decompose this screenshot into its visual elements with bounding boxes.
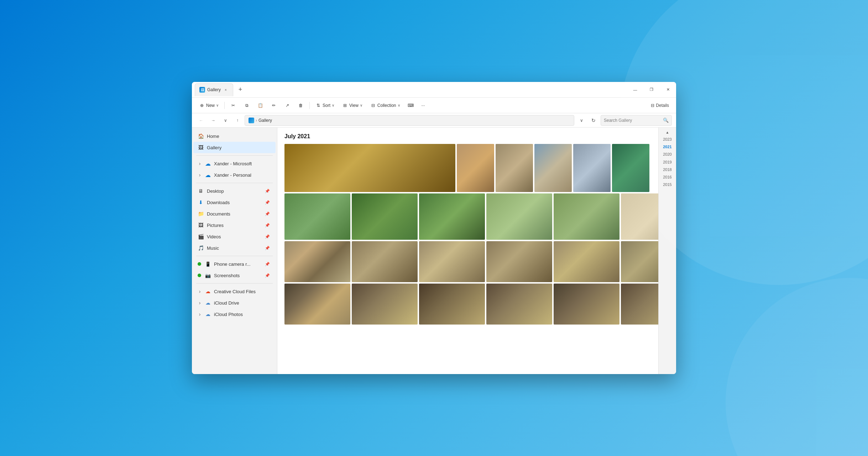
restore-button[interactable]: ❐ [643,82,660,98]
timeline-year-2015[interactable]: 2015 [663,181,671,188]
forward-button[interactable]: → [208,115,218,125]
creative-cloud-icon: ☁ [205,288,211,295]
photo-plant-2[interactable] [419,193,485,240]
ocr-button[interactable]: ⌨ [405,100,417,111]
view-button[interactable]: ⊞ View ∨ [339,100,365,111]
share-button[interactable]: ↗ [282,100,293,111]
photo-wren-4[interactable] [486,241,552,282]
sidebar-sep-3 [196,256,273,256]
sidebar-item-screenshots[interactable]: 📷 Screenshots 📌 [193,270,276,281]
sidebar-item-screenshots-label: Screenshots [214,273,240,278]
delete-button[interactable]: 🗑 [295,100,307,111]
sidebar-item-downloads-label: Downloads [207,200,230,205]
more-button[interactable]: ··· [419,100,428,111]
sidebar-item-documents[interactable]: 📁 Documents 📌 [193,208,276,219]
sidebar-item-xander-personal[interactable]: Xander - Personal [193,169,276,181]
copy-button[interactable]: ⧉ [241,100,252,111]
photo-stacked-goods[interactable] [573,144,611,192]
new-tab-button[interactable]: + [235,84,246,95]
sidebar-item-gallery[interactable]: Gallery [193,142,276,153]
recent-button[interactable]: ∨ [220,115,230,125]
delete-icon: 🗑 [298,103,304,108]
timeline-year-2018[interactable]: 2018 [663,166,671,173]
toolbar-sep-1 [224,102,225,109]
photo-wren-6[interactable] [621,241,658,282]
pictures-icon: 🖼 [198,222,204,228]
photo-warehouse-interior[interactable] [534,144,572,192]
dropdown-button[interactable]: ∨ [576,115,586,125]
sort-button[interactable]: ⇅ Sort ∨ [313,100,337,111]
expand-icloud-photos-icon [198,312,202,316]
photo-hay-4[interactable] [486,284,552,325]
sidebar-item-videos[interactable]: 🎬 Videos 📌 [193,231,276,242]
more-label: ··· [422,103,425,108]
photo-hay-3[interactable] [419,284,485,325]
timeline-scroll-up[interactable]: ▲ [664,129,671,136]
sidebar-item-icloud-photos[interactable]: ☁ iCloud Photos [193,309,276,320]
sidebar-item-desktop[interactable]: 🖥 Desktop 📌 [193,185,276,197]
photo-wren-2[interactable] [352,241,418,282]
photo-display[interactable] [496,144,533,192]
photo-wren-5[interactable] [554,241,619,282]
pictures-pin: 📌 [265,223,270,228]
sidebar-item-phone-camera[interactable]: 📱 Phone camera r... 📌 [193,258,276,270]
sidebar-item-creative-cloud[interactable]: ☁ Creative Cloud Files [193,286,276,297]
collection-dropdown[interactable]: ∨ [398,103,400,107]
photo-plant-1[interactable] [352,193,418,240]
details-button[interactable]: ⊟ Details [648,102,672,109]
up-button[interactable]: ↑ [232,115,242,125]
breadcrumb-bar[interactable]: › Gallery [245,115,574,126]
breadcrumb-sep: › [256,118,257,123]
photo-wren-3[interactable] [419,241,485,282]
timeline-year-2023[interactable]: 2023 [663,136,671,143]
photo-bird-sign-2[interactable] [284,193,350,240]
cut-button[interactable]: ✂ [228,100,239,111]
photo-cork-board[interactable] [457,144,494,192]
sort-dropdown[interactable]: ∨ [332,103,334,107]
view-dropdown[interactable]: ∨ [360,103,362,107]
desktop-icon: 🖥 [198,188,204,194]
close-button[interactable]: ✕ [660,82,676,98]
collection-button[interactable]: ⊟ Collection ∨ [367,100,403,111]
search-icon[interactable]: 🔍 [663,118,669,123]
gallery-tab[interactable]: 🖼 Gallery × [195,83,233,96]
photo-bird-sign-display[interactable] [612,144,649,192]
rename-button[interactable]: ✏ [268,100,279,111]
cloud-ms-icon [205,160,211,167]
downloads-icon: ⬇ [198,199,204,206]
timeline-year-2016[interactable]: 2016 [663,173,671,181]
sidebar-item-music[interactable]: 🎵 Music 📌 [193,242,276,254]
photo-interior[interactable] [284,144,455,192]
sidebar-item-xander-ms[interactable]: Xander - Microsoft [193,158,276,169]
share-icon: ↗ [284,103,290,108]
sidebar-item-pictures[interactable]: 🖼 Pictures 📌 [193,219,276,231]
photo-hay-2[interactable] [352,284,418,325]
screenshots-pin: 📌 [265,273,270,278]
photo-field-1[interactable] [486,193,552,240]
paste-button[interactable]: 📋 [255,100,266,111]
sidebar-item-xander-personal-label: Xander - Personal [214,172,251,178]
photo-field-2[interactable] [554,193,619,240]
search-bar[interactable]: 🔍 [601,115,672,126]
photo-wren-1[interactable] [284,241,350,282]
tab-close-button[interactable]: × [223,87,229,93]
photo-beach[interactable] [621,193,658,240]
timeline-year-2021[interactable]: 2021 [663,143,671,151]
photo-row-3 [284,241,651,282]
back-button[interactable]: ← [196,115,206,125]
gallery-icon [198,144,204,151]
refresh-button[interactable]: ↻ [589,115,598,125]
sidebar-item-icloud-drive[interactable]: ☁ iCloud Drive [193,297,276,309]
minimize-button[interactable]: — [627,82,643,98]
new-dropdown-arrow[interactable]: ∨ [216,103,219,107]
sidebar-item-downloads[interactable]: ⬇ Downloads 📌 [193,197,276,208]
photo-hay-1[interactable] [284,284,350,325]
photo-hay-5[interactable] [554,284,619,325]
sidebar-item-home[interactable]: Home [193,130,276,142]
photo-hay-6[interactable] [621,284,658,325]
timeline-year-2020[interactable]: 2020 [663,151,671,158]
search-input[interactable] [604,118,661,123]
breadcrumb-label: Gallery [258,118,272,123]
new-button[interactable]: ⊕ New ∨ [196,100,221,111]
timeline-year-2019[interactable]: 2019 [663,159,671,166]
